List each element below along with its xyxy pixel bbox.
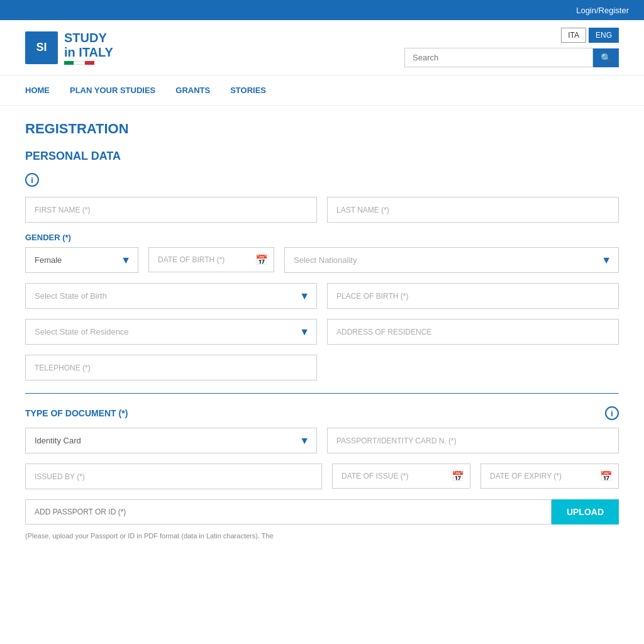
dob-wrapper: 📅 — [148, 247, 274, 272]
gender-select[interactable]: Female Male Other — [25, 247, 138, 273]
search-area: 🔍 — [404, 48, 619, 67]
info-icon[interactable]: i — [25, 173, 39, 187]
section-divider — [25, 393, 619, 394]
state-residence-col: Select State of Residence ▼ — [25, 319, 317, 345]
logo-flag — [64, 61, 94, 65]
state-residence-select-wrapper: Select State of Residence ▼ — [25, 319, 317, 345]
address-input[interactable] — [327, 319, 619, 345]
doc-section-title: TYPE OF DOCUMENT (*) — [25, 408, 128, 418]
logo-area: SI STUDY in ITALY — [25, 31, 113, 65]
doc-header: TYPE OF DOCUMENT (*) i — [25, 406, 619, 420]
date-issue-col: 📅 — [332, 464, 470, 489]
upload-button[interactable]: UPLOAD — [552, 499, 619, 525]
dob-col: 📅 — [148, 247, 274, 273]
date-expiry-calendar-icon[interactable]: 📅 — [600, 470, 613, 482]
first-name-input[interactable] — [25, 197, 317, 223]
nav-home[interactable]: HOME — [25, 75, 50, 105]
last-name-col — [327, 197, 619, 223]
passport-number-col — [327, 428, 619, 453]
passport-number-input[interactable] — [327, 428, 619, 453]
state-birth-select[interactable]: Select State of Birth — [25, 283, 317, 309]
lang-buttons: ITA ENG — [561, 28, 619, 43]
date-issue-calendar-icon[interactable]: 📅 — [452, 470, 464, 482]
lang-ita-button[interactable]: ITA — [561, 28, 586, 43]
doc-row: Identity Card Passport Other ▼ — [25, 428, 619, 453]
name-row — [25, 197, 619, 223]
place-birth-col — [327, 283, 619, 309]
nav-stories[interactable]: STORIES — [230, 75, 266, 105]
logo-box: SI — [25, 31, 58, 64]
upload-input[interactable] — [25, 499, 552, 525]
date-expiry-input[interactable] — [480, 464, 619, 489]
search-icon: 🔍 — [601, 53, 611, 63]
search-input[interactable] — [404, 48, 593, 67]
flag-red — [85, 61, 94, 65]
doc-type-select-wrapper: Identity Card Passport Other ▼ — [25, 428, 317, 453]
issued-by-input[interactable] — [25, 464, 322, 489]
issued-row: 📅 📅 — [25, 464, 619, 489]
logo-in-italy: in ITALY — [64, 45, 113, 60]
flag-green — [64, 61, 74, 65]
nav-grants[interactable]: GRANTS — [175, 75, 210, 105]
gender-select-wrapper: Female Male Other ▼ — [25, 247, 138, 273]
logo-initials: SI — [36, 41, 47, 54]
gender-col: Female Male Other ▼ — [25, 247, 138, 273]
last-name-input[interactable] — [327, 197, 619, 223]
doc-type-col: Identity Card Passport Other ▼ — [25, 428, 317, 453]
doc-type-select[interactable]: Identity Card Passport Other — [25, 428, 317, 453]
state-residence-select[interactable]: Select State of Residence — [25, 319, 317, 345]
section-personal-data: PERSONAL DATA — [25, 150, 619, 163]
date-expiry-wrapper: 📅 — [480, 464, 619, 489]
place-birth-input[interactable] — [327, 283, 619, 309]
residence-row: Select State of Residence ▼ — [25, 319, 619, 345]
gender-dob-nationality-row: Female Male Other ▼ 📅 Select Nationality… — [25, 247, 619, 273]
main-content: REGISTRATION PERSONAL DATA i GENDER (*) … — [0, 106, 644, 565]
main-nav: HOME PLAN YOUR STUDIES GRANTS STORIES — [0, 75, 644, 106]
state-birth-select-wrapper: Select State of Birth ▼ — [25, 283, 317, 309]
date-issue-wrapper: 📅 — [332, 464, 470, 489]
header: SI STUDY in ITALY ITA ENG 🔍 — [0, 20, 644, 75]
date-issue-input[interactable] — [332, 464, 470, 489]
issued-by-col — [25, 464, 322, 489]
top-bar: Login/Register — [0, 0, 644, 20]
telephone-row — [25, 355, 619, 380]
address-col — [327, 319, 619, 345]
date-expiry-col: 📅 — [480, 464, 619, 489]
nationality-col: Select Nationality ▼ — [284, 247, 619, 273]
login-register-link[interactable]: Login/Register — [576, 6, 629, 15]
doc-info-icon[interactable]: i — [605, 406, 619, 420]
gender-label: GENDER (*) — [25, 233, 619, 242]
flag-white — [74, 61, 84, 65]
upload-note: (Please, upload your Passport or ID in P… — [25, 532, 619, 540]
birth-row: Select State of Birth ▼ — [25, 283, 619, 309]
nationality-select[interactable]: Select Nationality — [284, 247, 619, 273]
telephone-col — [25, 355, 317, 380]
nationality-select-wrapper: Select Nationality ▼ — [284, 247, 619, 273]
first-name-col — [25, 197, 317, 223]
upload-row: UPLOAD — [25, 499, 619, 525]
state-birth-col: Select State of Birth ▼ — [25, 283, 317, 309]
logo-study: STUDY — [64, 31, 113, 45]
calendar-icon[interactable]: 📅 — [255, 254, 268, 266]
nav-plan-studies[interactable]: PLAN YOUR STUDIES — [70, 75, 155, 105]
lang-area: ITA ENG 🔍 — [404, 28, 619, 67]
lang-eng-button[interactable]: ENG — [589, 28, 619, 43]
telephone-input[interactable] — [25, 355, 317, 380]
page-title: REGISTRATION — [25, 121, 619, 137]
search-button[interactable]: 🔍 — [593, 48, 619, 67]
logo-text: STUDY in ITALY — [64, 31, 113, 65]
